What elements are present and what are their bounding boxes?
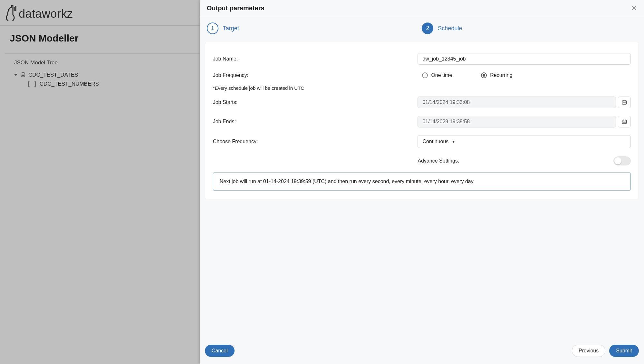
svg-rect-9 (625, 103, 626, 103)
submit-button[interactable]: Submit (609, 345, 639, 357)
panel-footer: Cancel Previous Submit (200, 339, 644, 364)
step-schedule-label: Schedule (438, 25, 462, 32)
toggle-knob (614, 157, 621, 164)
row-job-ends: Job Ends: (213, 112, 631, 131)
step-schedule[interactable]: 2 Schedule (422, 23, 637, 34)
svg-rect-8 (624, 103, 625, 103)
job-name-input[interactable] (418, 53, 631, 65)
step-target[interactable]: 1 Target (207, 23, 422, 34)
row-job-name: Job Name: (213, 49, 631, 69)
panel-header: Output parameters ✕ (200, 0, 644, 16)
label-job-ends: Job Ends: (213, 119, 418, 125)
label-job-starts: Job Starts: (213, 99, 418, 105)
step-schedule-number: 2 (422, 23, 433, 34)
job-starts-input[interactable] (418, 97, 616, 108)
job-ends-calendar-button[interactable] (618, 116, 631, 127)
cancel-button-label: Cancel (212, 348, 228, 354)
calendar-icon (622, 119, 627, 124)
row-choose-frequency: Choose Frequency: Continuous ▼ (213, 131, 631, 152)
schedule-card: Job Name: Job Frequency: One time Recurr… (205, 42, 639, 199)
step-target-label: Target (223, 25, 239, 32)
close-icon[interactable]: ✕ (631, 5, 637, 12)
stepper: 1 Target 2 Schedule (200, 16, 644, 41)
svg-rect-7 (623, 103, 624, 103)
radio-icon (481, 72, 487, 78)
panel-title: Output parameters (207, 5, 264, 12)
previous-button-label: Previous (579, 348, 599, 354)
submit-button-label: Submit (616, 348, 632, 354)
svg-rect-14 (623, 122, 624, 123)
job-ends-input[interactable] (418, 116, 616, 127)
advance-settings-toggle[interactable] (613, 156, 631, 165)
frequency-radio-group: One time Recurring (418, 72, 631, 78)
next-run-info: Next job will run at 01-14-2024 19:39:59… (213, 173, 631, 191)
caret-down-icon: ▼ (452, 140, 455, 144)
calendar-icon (622, 100, 627, 105)
radio-recurring[interactable]: Recurring (481, 72, 512, 78)
choose-frequency-value: Continuous (422, 139, 448, 145)
row-job-frequency: Job Frequency: One time Recurring (213, 69, 631, 82)
svg-rect-15 (624, 122, 625, 123)
output-parameters-panel: Output parameters ✕ 1 Target 2 Schedule … (200, 0, 644, 364)
previous-button[interactable]: Previous (572, 345, 605, 357)
label-advance-settings: Advance Settings: (418, 158, 459, 164)
label-choose-frequency: Choose Frequency: (213, 139, 418, 145)
job-starts-calendar-button[interactable] (618, 97, 631, 108)
utc-note: *Every schedule job will be created in U… (213, 82, 631, 93)
row-advance-settings: Advance Settings: (213, 152, 631, 167)
label-job-name: Job Name: (213, 56, 418, 62)
radio-icon (422, 72, 428, 78)
radio-one-time[interactable]: One time (422, 72, 452, 78)
choose-frequency-select[interactable]: Continuous ▼ (418, 135, 631, 148)
label-job-frequency: Job Frequency: (213, 72, 418, 78)
radio-recurring-label: Recurring (490, 72, 512, 78)
cancel-button[interactable]: Cancel (205, 345, 235, 357)
radio-one-time-label: One time (431, 72, 452, 78)
step-target-number: 1 (207, 23, 218, 34)
svg-rect-16 (625, 122, 626, 123)
row-job-starts: Job Starts: (213, 93, 631, 112)
